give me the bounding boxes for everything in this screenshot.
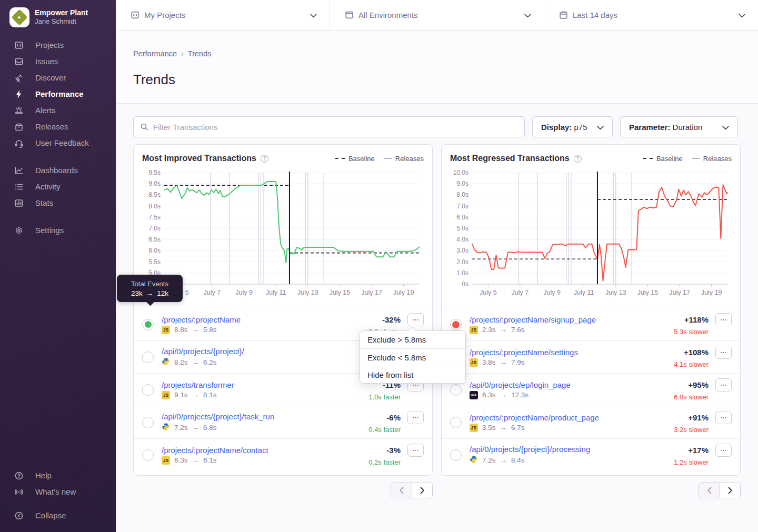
sidebar-item-user-feedback[interactable]: User Feedback xyxy=(0,135,116,151)
transaction-link[interactable]: /projects/:projectName/contact xyxy=(162,446,268,455)
row-radio[interactable] xyxy=(142,449,154,461)
prev-page-button[interactable] xyxy=(699,483,720,498)
total-events-tooltip: Total Events 23k → 12k xyxy=(117,275,183,302)
prev-page-button[interactable] xyxy=(391,483,412,498)
svg-text:10.0s: 10.0s xyxy=(453,169,468,176)
sidebar-item-whats-new[interactable]: What’s new xyxy=(0,484,116,500)
svg-text:4.0s: 4.0s xyxy=(456,236,468,243)
transaction-link[interactable]: /projects/:projectName/signup_page xyxy=(470,315,596,324)
more-actions-button[interactable]: ⋯ xyxy=(715,378,732,392)
parameter-value: Duration xyxy=(673,123,703,132)
sidebar-item-dashboards[interactable]: Dashboards xyxy=(0,162,116,178)
sidebar-item-activity[interactable]: Activity xyxy=(0,178,116,195)
improved-panel: Most Improved Transactions ? Baseline Re… xyxy=(133,144,433,476)
row-radio[interactable] xyxy=(450,449,462,461)
arrow-icon: → xyxy=(192,456,200,464)
project-filter[interactable]: My Projects xyxy=(116,0,330,30)
transaction-link[interactable]: /projects/:projectName/settings xyxy=(470,348,578,357)
sidebar-item-issues[interactable]: Issues xyxy=(0,53,116,69)
menu-item-hide[interactable]: Hide from list xyxy=(360,366,465,383)
breadcrumb-performance[interactable]: Performance xyxy=(133,49,177,58)
sidebar-item-releases[interactable]: Releases xyxy=(0,118,116,135)
org-switcher[interactable]: ✦ Empower Plant Jane Schmidt xyxy=(0,0,116,37)
delta-label: 1.2s slower xyxy=(674,458,709,466)
user-feedback-icon xyxy=(14,138,24,148)
more-actions-button[interactable]: ⋯ xyxy=(715,444,732,457)
sidebar-item-projects[interactable]: Projects xyxy=(0,37,116,53)
row-radio[interactable] xyxy=(142,352,154,363)
svg-text:5.5s: 5.5s xyxy=(148,258,161,266)
regressed-panel: Most Regressed Transactions ? Baseline R… xyxy=(441,144,741,476)
transaction-link[interactable]: /api/0/projects/ep/login_page xyxy=(470,380,571,389)
page-header: Performance › Trends Trends xyxy=(116,31,758,104)
project-filter-icon xyxy=(131,11,139,19)
regressed-chart[interactable]: 10.0s9.0s8.0s7.0s6.0s5.0s4.0s3.0s2.0s1.0… xyxy=(450,168,732,300)
row-radio[interactable] xyxy=(142,319,154,330)
improved-chart[interactable]: 9.5s9.0s8.5s8.0s7.5s7.0s6.5s6.0s5.5s5.0s… xyxy=(142,168,424,300)
stats-icon xyxy=(14,198,24,208)
svg-text:July 19: July 19 xyxy=(701,289,722,296)
menu-item-exclude-lt[interactable]: Exclude < 5.8ms xyxy=(360,348,465,366)
more-actions-button[interactable]: ⋯ xyxy=(407,313,424,326)
global-filter-bar: My Projects All Environments Last 14 day… xyxy=(116,0,758,31)
javascript-icon: JS xyxy=(470,326,478,334)
html-icon: </> xyxy=(470,391,478,399)
more-actions-button[interactable]: ⋯ xyxy=(407,444,424,457)
row-radio[interactable] xyxy=(142,417,154,428)
date-range-filter[interactable]: Last 14 days xyxy=(544,0,758,30)
transaction-link[interactable]: /api/0/projects/{project}/ xyxy=(162,347,244,356)
svg-text:0s: 0s xyxy=(462,280,468,288)
breadcrumb: Performance › Trends xyxy=(133,49,738,58)
next-page-button[interactable] xyxy=(412,483,432,498)
arrow-icon: → xyxy=(192,424,200,431)
javascript-icon: JS xyxy=(162,456,170,465)
transaction-link[interactable]: /api/0/projects/{project}/processing xyxy=(470,445,590,454)
arrow-icon: → xyxy=(500,326,507,334)
svg-text:July 15: July 15 xyxy=(637,289,659,296)
question-icon[interactable]: ? xyxy=(261,155,268,163)
row-radio[interactable] xyxy=(450,319,462,330)
more-actions-button[interactable]: ⋯ xyxy=(715,411,732,424)
question-icon[interactable]: ? xyxy=(574,155,582,163)
more-actions-button[interactable]: ⋯ xyxy=(715,346,732,359)
page-title: Trends xyxy=(133,72,738,88)
transaction-link[interactable]: /projects/transformer xyxy=(162,380,234,389)
sidebar-item-performance[interactable]: Performance xyxy=(0,86,116,102)
svg-text:3.0s: 3.0s xyxy=(456,247,468,254)
javascript-icon: JS xyxy=(162,326,170,334)
svg-text:July 11: July 11 xyxy=(266,289,286,296)
sidebar-item-discover[interactable]: Discover xyxy=(0,69,116,86)
row-radio[interactable] xyxy=(450,384,462,396)
sidebar-item-settings[interactable]: Settings xyxy=(0,222,116,238)
parameter-select[interactable]: Parameter: Duration xyxy=(620,116,738,137)
more-actions-button[interactable]: ⋯ xyxy=(715,313,732,326)
user-name: Jane Schmidt xyxy=(35,17,88,26)
row-radio[interactable] xyxy=(142,384,154,396)
arrow-icon: → xyxy=(192,358,200,366)
pct-change: -6% xyxy=(386,413,401,422)
transaction-link[interactable]: /projects/:projectName/product_page xyxy=(470,413,599,422)
alerts-icon xyxy=(14,105,24,115)
environment-filter[interactable]: All Environments xyxy=(330,0,544,30)
filter-row: Display: p75 Parameter: Duration xyxy=(133,116,738,137)
chevron-down-icon xyxy=(597,123,604,132)
next-page-button[interactable] xyxy=(720,483,740,498)
performance-icon xyxy=(14,89,24,99)
collapse-icon xyxy=(14,510,24,520)
table-row: /projects/:projectName/product_page JS3.… xyxy=(442,406,740,438)
sidebar-item-help[interactable]: Help xyxy=(0,467,116,484)
search-input[interactable] xyxy=(153,123,518,132)
search-icon xyxy=(140,123,148,131)
svg-text:July 15: July 15 xyxy=(330,289,351,296)
transaction-link[interactable]: /projects/:projectName xyxy=(162,315,241,324)
more-actions-button[interactable]: ⋯ xyxy=(407,411,424,424)
table-row: /projects/:projectName/signup_page JS2.3… xyxy=(442,308,740,340)
display-select[interactable]: Display: p75 xyxy=(532,116,613,137)
row-radio[interactable] xyxy=(450,417,462,428)
sidebar-item-alerts[interactable]: Alerts xyxy=(0,102,116,118)
sidebar-item-collapse[interactable]: Collapse xyxy=(0,507,116,524)
transaction-link[interactable]: /api/0/projects/{project}/task_run xyxy=(162,412,274,421)
help-icon xyxy=(14,470,24,480)
baseline-swatch xyxy=(335,158,345,159)
sidebar-item-stats[interactable]: Stats xyxy=(0,195,116,211)
